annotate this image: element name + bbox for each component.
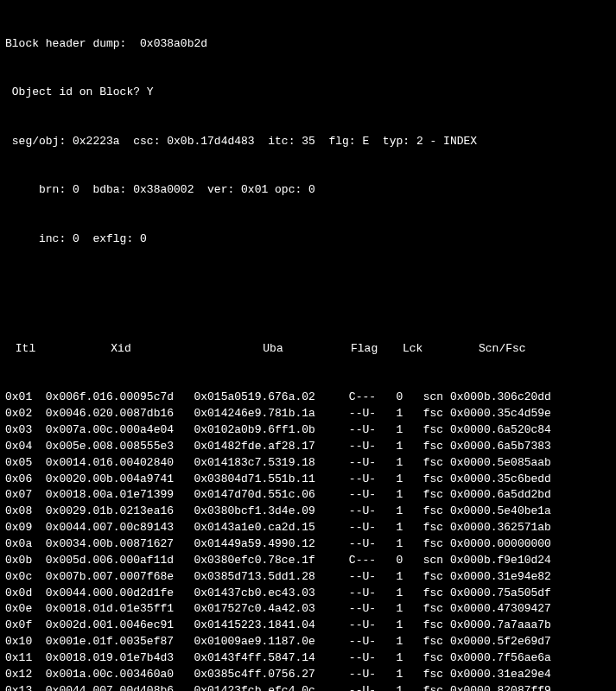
col-scn: Scn/Fsc [449, 341, 526, 358]
table-row: 0x08 0x0029.01b.0213ea16 0x0380bcf1.3d4e… [5, 504, 611, 520]
table-row: 0x03 0x007a.00c.000a4e04 0x0102a0b9.6ff1… [5, 422, 611, 439]
table-row: 0x02 0x0046.020.0087db16 0x014246e9.781b… [5, 406, 611, 422]
table-row: 0x05 0x0014.016.00402840 0x014183c7.5319… [5, 455, 611, 472]
object-id-line: Object id on Block? Y [5, 85, 611, 101]
table-row: 0x0c 0x007b.007.0007f68e 0x0385d713.5dd1… [5, 569, 611, 586]
col-lck: Lck [403, 341, 437, 358]
table-row: 0x0e 0x0018.01d.01e35ff1 0x017527c0.4a42… [5, 601, 611, 618]
table-row: 0x10 0x001e.01f.0035ef87 0x01009ae9.1187… [5, 634, 611, 650]
terminal-screen: Block header dump: 0x038a0b2d Object id … [0, 0, 616, 691]
col-xid: Xid [47, 341, 195, 358]
table-row: 0x09 0x0044.007.00c89143 0x0143a1e0.ca2d… [5, 520, 611, 536]
table-body: 0x01 0x006f.016.00095c7d 0x015a0519.676a… [5, 390, 611, 691]
col-flag: Flag [351, 341, 403, 358]
brn-line: brn: 0 bdba: 0x38a0002 ver: 0x01 opc: 0 [5, 182, 611, 199]
table-row: 0x12 0x001a.00c.003460a0 0x0385c4ff.0756… [5, 667, 611, 683]
block-header-dump: Block header dump: 0x038a0b2d [5, 36, 611, 53]
col-uba: Uba [195, 341, 351, 358]
table-row: 0x04 0x005e.008.008555e3 0x01482fde.af28… [5, 439, 611, 455]
col-itl: Itl [9, 341, 47, 358]
table-header: ItlXidUbaFlagLckScn/Fsc [5, 341, 611, 358]
table-row: 0x0d 0x0044.000.00d2d1fe 0x01437cb0.ec43… [5, 586, 611, 602]
table-row: 0x13 0x0044.007.00d408b6 0x01423fcb.efc4… [5, 683, 611, 691]
inc-line: inc: 0 exflg: 0 [5, 231, 611, 248]
seg-obj-line: seg/obj: 0x2223a csc: 0x0b.17d4d483 itc:… [5, 134, 611, 150]
table-row: 0x07 0x0018.00a.01e71399 0x0147d70d.551c… [5, 487, 611, 504]
table-row: 0x01 0x006f.016.00095c7d 0x015a0519.676a… [5, 390, 611, 406]
table-row: 0x0a 0x0034.00b.00871627 0x01449a59.4990… [5, 536, 611, 553]
table-row: 0x0f 0x002d.001.0046ec91 0x01415223.1841… [5, 618, 611, 634]
table-row: 0x06 0x0020.00b.004a9741 0x03804d71.551b… [5, 472, 611, 488]
itl-table: ItlXidUbaFlagLckScn/Fsc 0x01 0x006f.016.… [5, 308, 611, 691]
table-row: 0x11 0x0018.019.01e7b4d3 0x0143f4ff.5847… [5, 650, 611, 667]
table-row: 0x0b 0x005d.006.000af11d 0x0380efc0.78ce… [5, 553, 611, 569]
